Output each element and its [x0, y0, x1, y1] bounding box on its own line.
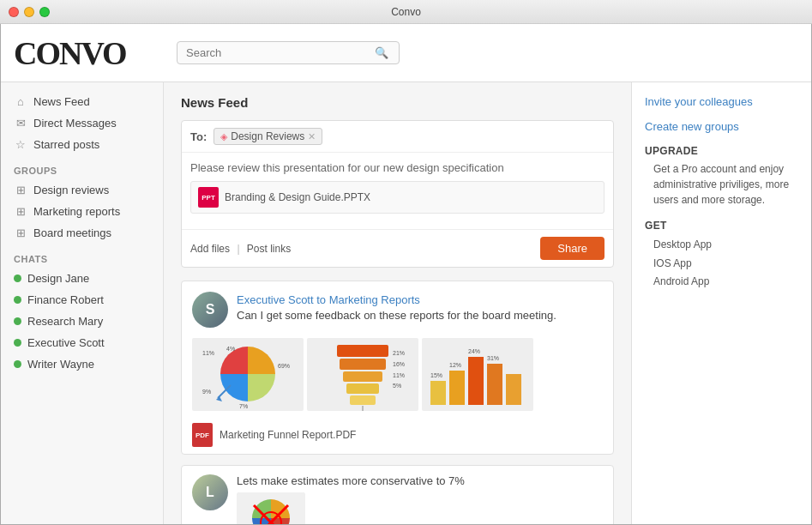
svg-rect-16 [430, 381, 446, 405]
compose-tag-label: Design Reviews [231, 130, 304, 142]
create-groups-link[interactable]: Create new groups [645, 120, 798, 133]
online-indicator [14, 317, 21, 325]
right-panel: Invite your colleagues Create new groups… [631, 82, 811, 524]
groups-section-title: GROUPS [1, 155, 163, 179]
sidebar-item-direct-messages[interactable]: ✉ Direct Messages [1, 112, 163, 134]
sidebar-item-chat-robert[interactable]: Finance Robert [1, 289, 163, 311]
svg-text:11%: 11% [393, 372, 405, 378]
sidebar-item-chat-jane[interactable]: Design Jane [1, 268, 163, 289]
group-icon: ⊞ [14, 226, 27, 239]
upgrade-section: UPGRADE Get a Pro account and enjoy admi… [645, 145, 798, 208]
compose-to-row: To: ◈ Design Reviews ✕ [182, 121, 613, 153]
sidebar-item-chat-wayne[interactable]: Writer Wayne [1, 353, 163, 375]
remove-tag-button[interactable]: ✕ [308, 131, 316, 142]
sidebar: ⌂ News Feed ✉ Direct Messages ☆ Starred … [1, 82, 164, 524]
minimize-button[interactable] [24, 7, 34, 17]
share-button[interactable]: Share [540, 237, 604, 260]
svg-rect-11 [350, 395, 376, 405]
post-card-1: S Executive Scott to Marketing Reports C… [181, 281, 614, 455]
chats-section-title: CHATS [1, 244, 163, 268]
attachment-filename: Marketing Funnel Report.PDF [220, 429, 356, 441]
header: CONVO 🔍 [1, 24, 811, 82]
window-chrome: Convo [0, 0, 812, 24]
tag-icon: ◈ [220, 131, 227, 142]
sidebar-item-chat-scott[interactable]: Executive Scott [1, 332, 163, 353]
post-links-link[interactable]: Post links [247, 243, 291, 255]
post-inline-image [237, 492, 305, 524]
svg-text:4%: 4% [226, 346, 235, 352]
avatar: S [192, 292, 228, 328]
sidebar-item-label: Direct Messages [33, 117, 117, 130]
maximize-button[interactable] [39, 7, 50, 17]
close-button[interactable] [9, 7, 19, 17]
post-attachment: PDF Marketing Funnel Report.PDF [182, 416, 613, 454]
main-area: ⌂ News Feed ✉ Direct Messages ☆ Starred … [1, 82, 811, 524]
svg-rect-18 [468, 357, 484, 405]
post-meta: Executive Scott to Marketing Reports Can… [237, 292, 556, 322]
sidebar-item-label: Writer Wayne [27, 358, 94, 371]
post-content: Lets make estimates more conservative to… [237, 474, 465, 487]
svg-rect-10 [346, 383, 379, 394]
sidebar-item-starred-posts[interactable]: ☆ Starred posts [1, 134, 163, 155]
compose-actions: Add files | Post links Share [182, 229, 613, 267]
search-input[interactable] [186, 46, 375, 59]
sidebar-item-news-feed[interactable]: ⌂ News Feed [1, 91, 163, 112]
svg-rect-9 [343, 371, 382, 382]
sidebar-item-label: Finance Robert [27, 293, 104, 306]
home-icon: ⌂ [14, 95, 27, 108]
svg-text:21%: 21% [393, 350, 405, 356]
android-app-link[interactable]: Android App [645, 273, 798, 292]
pptx-file-icon: PPT [198, 187, 219, 208]
sidebar-item-board-meetings[interactable]: ⊞ Board meetings [1, 222, 163, 244]
feed-title: News Feed [181, 95, 614, 110]
compose-body: Please review this presentation for our … [182, 153, 613, 229]
post-images: 11% 69% 9% 7% 4% [182, 333, 613, 416]
sidebar-item-marketing-reports[interactable]: ⊞ Marketing reports [1, 201, 163, 222]
group-icon: ⊞ [14, 205, 27, 218]
chart-thumbnail-funnel: 21% 16% 11% 5% [307, 338, 418, 411]
envelope-icon: ✉ [14, 117, 27, 130]
attachment-name: Branding & Design Guide.PPTX [225, 191, 370, 203]
ios-app-link[interactable]: IOS App [645, 255, 798, 274]
get-section: GET Desktop App IOS App Android App [645, 220, 798, 292]
post-author[interactable]: Executive Scott to Marketing Reports [237, 293, 420, 306]
sidebar-item-design-reviews[interactable]: ⊞ Design reviews [1, 179, 163, 201]
svg-rect-17 [449, 371, 465, 405]
search-icon: 🔍 [375, 46, 388, 59]
online-indicator [14, 339, 21, 347]
pie-chart: 11% 69% 9% 7% 4% [192, 338, 304, 411]
desktop-app-link[interactable]: Desktop App [645, 236, 798, 255]
sidebar-item-label: Design reviews [33, 184, 109, 196]
post-content: Can I get some feedback on these reports… [237, 309, 556, 322]
search-bar[interactable]: 🔍 [177, 41, 400, 64]
feed-area: News Feed To: ◈ Design Reviews ✕ Please … [164, 82, 631, 524]
svg-marker-6 [216, 396, 222, 401]
upgrade-body: Get a Pro account and enjoy administrati… [645, 161, 798, 208]
svg-text:5%: 5% [393, 383, 401, 389]
invite-colleagues-link[interactable]: Invite your colleagues [645, 95, 798, 108]
star-icon: ☆ [14, 138, 27, 151]
window-buttons [9, 7, 50, 17]
sidebar-item-chat-mary[interactable]: Research Mary [1, 311, 163, 332]
svg-text:69%: 69% [278, 363, 290, 369]
window-title: Convo [391, 6, 421, 18]
compose-attachment: PPT Branding & Design Guide.PPTX [190, 181, 604, 214]
post-header: S Executive Scott to Marketing Reports C… [182, 281, 613, 333]
app-container: CONVO 🔍 ⌂ News Feed ✉ Direct Messages ☆ … [0, 24, 812, 525]
svg-rect-7 [337, 345, 388, 357]
get-title: GET [645, 220, 798, 232]
sidebar-item-label: Starred posts [33, 138, 99, 151]
online-indicator [14, 296, 21, 304]
upgrade-title: UPGRADE [645, 145, 798, 157]
avatar: L [192, 474, 228, 510]
compose-recipient-tag[interactable]: ◈ Design Reviews ✕ [214, 128, 322, 145]
svg-text:11%: 11% [202, 350, 214, 356]
sidebar-item-label: Design Jane [27, 272, 89, 285]
online-indicator [14, 360, 21, 368]
group-icon: ⊞ [14, 184, 27, 196]
chart-thumbnail-bar: 15% 12% 24% 31% [422, 338, 533, 411]
svg-rect-19 [487, 364, 502, 405]
app-logo: CONVO [14, 34, 177, 72]
add-files-link[interactable]: Add files [190, 243, 230, 255]
compose-placeholder-text: Please review this presentation for our … [190, 161, 604, 174]
